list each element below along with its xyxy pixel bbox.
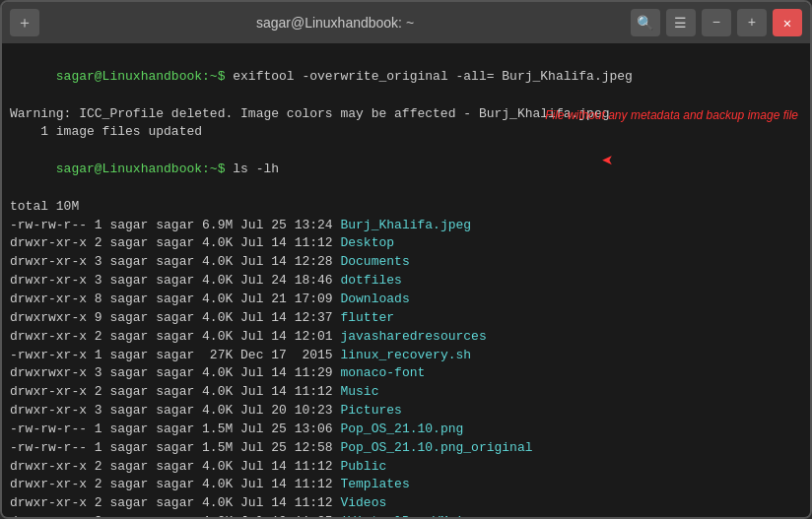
titlebar: ＋ sagar@Linuxhandbook: ~ 🔍 ☰ − + ✕ bbox=[2, 2, 810, 43]
terminal-line: sagar@Linuxhandbook:~$ exiftool -overwri… bbox=[10, 49, 802, 105]
maximize-button[interactable]: + bbox=[737, 9, 767, 36]
minimize-button[interactable]: − bbox=[702, 9, 731, 36]
terminal-body[interactable]: sagar@Linuxhandbook:~$ exiftool -overwri… bbox=[2, 43, 810, 517]
terminal-line: 1 image files updated bbox=[10, 123, 802, 142]
annotation-arrow: ➤ bbox=[601, 149, 613, 173]
table-row: drwxrwxr-x 9 sagar sagar 4.0K Jul 14 12:… bbox=[10, 309, 802, 328]
prompt: sagar@Linuxhandbook:~$ bbox=[56, 69, 233, 84]
table-row: drwxrwxr-x 2 sagar sagar 4.0K Jul 19 11:… bbox=[10, 513, 802, 517]
table-row: drwxr-xr-x 2 sagar sagar 4.0K Jul 14 11:… bbox=[10, 476, 802, 494]
prompt: sagar@Linuxhandbook:~$ bbox=[56, 162, 233, 176]
titlebar-left: ＋ bbox=[10, 9, 39, 36]
table-row: -rw-rw-r-- 1 sagar sagar 6.9M Jul 25 13:… bbox=[10, 217, 802, 235]
table-row: drwxr-xr-x 2 sagar sagar 4.0K Jul 14 12:… bbox=[10, 328, 802, 347]
window-title: sagar@Linuxhandbook: ~ bbox=[256, 15, 414, 31]
table-row: drwxr-xr-x 2 sagar sagar 4.0K Jul 14 11:… bbox=[10, 234, 802, 253]
table-row: drwxr-xr-x 2 sagar sagar 4.0K Jul 14 11:… bbox=[10, 383, 802, 402]
table-row: -rwxr-xr-x 1 sagar sagar 27K Dec 17 2015… bbox=[10, 347, 802, 365]
titlebar-controls: 🔍 ☰ − + ✕ bbox=[631, 9, 802, 36]
table-row: drwxr-xr-x 2 sagar sagar 4.0K Jul 14 11:… bbox=[10, 494, 802, 513]
terminal-line: total 10M bbox=[10, 198, 802, 217]
annotation-text: File without any metadata and backup ima… bbox=[545, 108, 798, 124]
command-text: exiftool -overwrite_original -all= Burj_… bbox=[233, 69, 633, 84]
command-text: ls -lh bbox=[233, 162, 279, 176]
table-row: drwxr-xr-x 2 sagar sagar 4.0K Jul 14 11:… bbox=[10, 458, 802, 477]
table-row: drwxr-xr-x 3 sagar sagar 4.0K Jul 14 12:… bbox=[10, 253, 802, 272]
close-button[interactable]: ✕ bbox=[773, 9, 802, 36]
table-row: drwxr-xr-x 3 sagar sagar 4.0K Jul 24 18:… bbox=[10, 272, 802, 291]
terminal-window: ＋ sagar@Linuxhandbook: ~ 🔍 ☰ − + ✕ sagar… bbox=[0, 0, 812, 519]
search-button[interactable]: 🔍 bbox=[631, 9, 660, 36]
table-row: drwxrwxr-x 3 sagar sagar 4.0K Jul 14 11:… bbox=[10, 364, 802, 383]
table-row: drwxr-xr-x 3 sagar sagar 4.0K Jul 20 10:… bbox=[10, 402, 802, 421]
terminal-line: sagar@Linuxhandbook:~$ ls -lh bbox=[10, 142, 802, 198]
new-tab-button[interactable]: ＋ bbox=[10, 9, 39, 36]
table-row: -rw-rw-r-- 1 sagar sagar 1.5M Jul 25 13:… bbox=[10, 421, 802, 439]
table-row: drwxr-xr-x 8 sagar sagar 4.0K Jul 21 17:… bbox=[10, 291, 802, 309]
menu-button[interactable]: ☰ bbox=[666, 9, 696, 36]
table-row: -rw-rw-r-- 1 sagar sagar 1.5M Jul 25 12:… bbox=[10, 439, 802, 458]
